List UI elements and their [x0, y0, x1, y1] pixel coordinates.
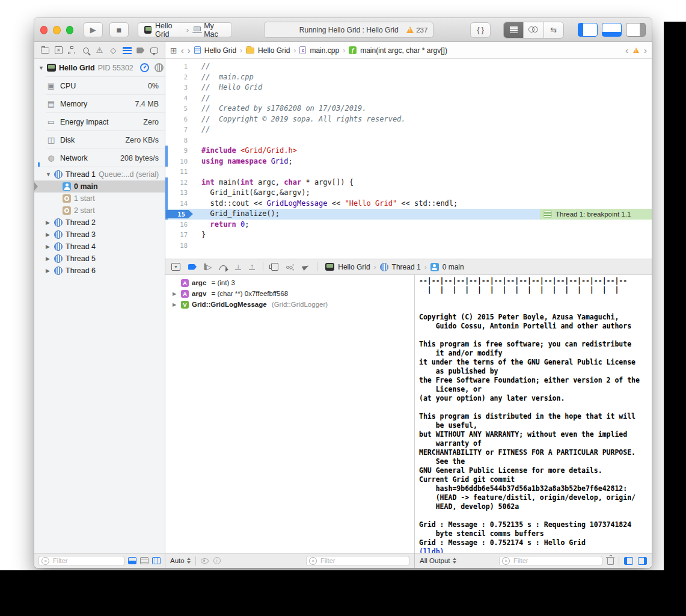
eye-icon[interactable]: [201, 558, 209, 564]
code-line[interactable]: 3// Hello Grid: [165, 82, 652, 93]
disclosure-icon[interactable]: ▶: [46, 256, 51, 262]
view-hierarchy-icon[interactable]: [271, 263, 278, 271]
threads-filter-icon[interactable]: [152, 557, 161, 564]
disclosure-icon[interactable]: ▶: [46, 268, 51, 274]
variables-filter-field[interactable]: ≡: [306, 556, 409, 566]
code-line[interactable]: 5// Created by s1786208 on 17/03/2019.: [165, 103, 652, 114]
code-line[interactable]: 18: [165, 241, 652, 251]
close-icon[interactable]: [40, 26, 47, 34]
line-number-gutter[interactable]: 5: [165, 103, 193, 114]
breadcrumb-file[interactable]: main.cpp: [310, 46, 339, 55]
breadcrumb-symbol[interactable]: main(int argc, char * argv[]): [360, 46, 447, 55]
line-number-gutter[interactable]: 6: [165, 114, 193, 125]
gauge-view-icon[interactable]: [140, 63, 149, 72]
thread-row[interactable]: ▶Thread 4: [34, 241, 165, 253]
line-number-gutter[interactable]: 9: [165, 146, 193, 156]
variables-view[interactable]: Aargc = (int) 3▶Aargv = (char **) 0x7ffe…: [165, 275, 415, 553]
code-line[interactable]: 7//: [165, 125, 652, 135]
line-number-gutter[interactable]: 2: [165, 72, 193, 83]
find-icon[interactable]: [81, 45, 91, 55]
code-line[interactable]: 6// Copyright © 2019 sopa. All rights re…: [165, 114, 652, 125]
thread-row[interactable]: ▶Thread 5: [34, 253, 165, 265]
gauge-row[interactable]: ◫DiskZero KB/s: [46, 131, 165, 149]
symbols-icon[interactable]: [67, 45, 78, 55]
navigator-filter-field[interactable]: ≡: [38, 556, 124, 566]
thread-row[interactable]: ▶Thread 2: [34, 217, 165, 229]
project-navigator-icon[interactable]: [40, 45, 50, 55]
run-button[interactable]: ▶: [84, 22, 103, 37]
version-editor-button[interactable]: ⇆: [544, 22, 563, 38]
breakpoint-badge[interactable]: 15: [166, 210, 193, 219]
warning-badge[interactable]: 237: [406, 26, 427, 34]
disclosure-open-icon[interactable]: ▼: [38, 65, 44, 71]
step-out-icon[interactable]: ↑: [249, 263, 255, 271]
standard-editor-button[interactable]: [504, 22, 524, 38]
step-into-icon[interactable]: ↓: [235, 263, 241, 271]
code-line[interactable]: 1//: [165, 61, 652, 72]
line-number-gutter[interactable]: 14: [165, 199, 193, 209]
console-filter-field[interactable]: ≡: [499, 556, 602, 566]
line-number-gutter[interactable]: 13: [165, 188, 193, 199]
breadcrumb-project[interactable]: Hello Grid: [204, 46, 236, 55]
code-line[interactable]: 14 std::cout << GridLogMessage << "Hello…: [165, 199, 652, 209]
variable-row[interactable]: ▶Aargv = (char **) 0x7ffeefbff568: [165, 288, 414, 299]
gauge-row[interactable]: ◍Network208 bytes/s: [46, 149, 165, 167]
line-number-gutter[interactable]: 7: [165, 125, 193, 135]
variables-scope-popup[interactable]: Auto: [170, 557, 191, 564]
variables-pane-toggle-icon[interactable]: [624, 557, 633, 565]
source-editor[interactable]: 1//2// main.cpp3// Hello Grid4//5// Crea…: [165, 59, 652, 259]
source-control-icon[interactable]: ✕: [54, 45, 64, 55]
step-over-icon[interactable]: [219, 265, 227, 270]
disclosure-icon[interactable]: ▶: [173, 291, 178, 297]
code-line[interactable]: 15 Grid_finalize();Thread 1: breakpoint …: [165, 209, 652, 220]
gauge-row[interactable]: ▣CPU0%: [46, 76, 165, 94]
code-line[interactable]: 4//: [165, 93, 652, 104]
console-view[interactable]: --|--|--|--|--|--|--|--|--|--|--|--|--|-…: [415, 275, 652, 553]
line-number-gutter[interactable]: 12: [165, 177, 193, 188]
variable-row[interactable]: Aargc = (int) 3: [165, 277, 414, 288]
debug-navigator-icon[interactable]: [122, 45, 132, 55]
minimize-icon[interactable]: [53, 26, 60, 34]
line-number-gutter[interactable]: 11: [165, 167, 193, 177]
gauge-row[interactable]: ▭Energy ImpactZero: [46, 112, 165, 131]
next-issue-icon[interactable]: ›: [644, 45, 647, 55]
thread-row[interactable]: ▶Thread 6: [34, 265, 165, 277]
variable-row[interactable]: ▶VGrid::GridLogMessage (Grid::GridLogger…: [165, 299, 414, 310]
console-pane-toggle-icon[interactable]: [638, 557, 647, 565]
crumb-process[interactable]: Hello Grid: [338, 263, 370, 271]
related-items-icon[interactable]: ⊞: [170, 46, 177, 55]
info-icon[interactable]: i: [213, 557, 221, 564]
crumb-thread[interactable]: Thread 1: [392, 263, 421, 271]
gauge-row[interactable]: ▤Memory7.4 MB: [46, 94, 165, 112]
line-number-gutter[interactable]: 3: [165, 82, 193, 93]
disclosure-icon[interactable]: ▶: [46, 232, 51, 238]
zoom-icon[interactable]: [66, 26, 73, 34]
process-header[interactable]: ▼ Hello Grid PID 55302: [34, 59, 165, 76]
stack-frame-row[interactable]: 1 start: [34, 192, 165, 205]
line-number-gutter[interactable]: 8: [165, 135, 193, 146]
code-line[interactable]: 17}: [165, 230, 652, 241]
console-output-popup[interactable]: All Output: [420, 557, 456, 564]
thread-row[interactable]: ▼Thread 1Queue:...d (serial): [34, 168, 165, 180]
disclosure-icon[interactable]: ▶: [46, 244, 51, 250]
code-line[interactable]: 11: [165, 167, 652, 177]
stop-button[interactable]: ■: [109, 22, 129, 37]
line-number-gutter[interactable]: 18: [165, 241, 193, 251]
trash-icon[interactable]: [607, 558, 614, 565]
continue-icon[interactable]: ▷: [204, 263, 212, 271]
variables-filter-input[interactable]: [319, 556, 406, 565]
back-icon[interactable]: ‹: [181, 45, 184, 55]
navigator-toggle-button[interactable]: [578, 23, 598, 37]
code-line[interactable]: 8: [165, 135, 652, 146]
crumb-frame[interactable]: 0 main: [443, 263, 464, 271]
breadcrumb-group[interactable]: Hello Grid: [258, 46, 290, 55]
breakpoints-enabled-icon[interactable]: [188, 264, 197, 270]
assistant-editor-button[interactable]: [524, 22, 544, 38]
line-number-gutter[interactable]: 17: [165, 230, 193, 241]
hide-debug-icon[interactable]: ▼: [171, 263, 180, 271]
console-filter-input[interactable]: [512, 556, 599, 565]
breakpoints-icon[interactable]: [135, 45, 145, 55]
location-icon[interactable]: [302, 263, 310, 270]
breakpoint-annotation[interactable]: Thread 1: breakpoint 1.1: [540, 209, 652, 220]
code-line[interactable]: 10using namespace Grid;: [165, 156, 652, 167]
